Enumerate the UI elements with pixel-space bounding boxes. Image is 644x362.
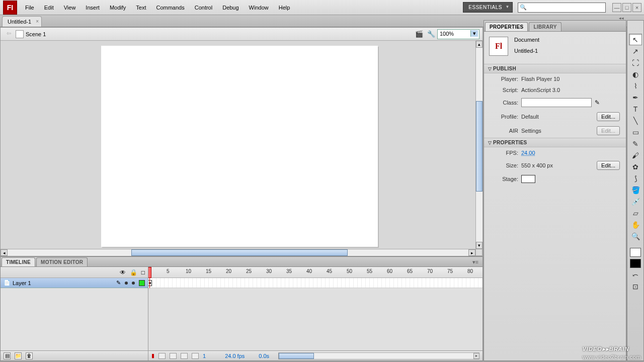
menu-modify[interactable]: Modify bbox=[105, 2, 131, 14]
brush-tool[interactable]: 🖌 bbox=[629, 149, 642, 161]
fps-label: FPS: bbox=[490, 150, 518, 156]
fill-color-swatch[interactable] bbox=[630, 259, 641, 268]
ruler-tick: 60 bbox=[387, 268, 392, 274]
minimize-button[interactable]: — bbox=[612, 3, 621, 12]
eraser-tool[interactable]: ▱ bbox=[629, 207, 642, 219]
menu-window[interactable]: Window bbox=[244, 2, 274, 14]
edit-scene-icon[interactable]: 🎬 bbox=[415, 30, 424, 39]
fps-value[interactable]: 24.00 bbox=[521, 150, 535, 156]
document-name-label: Untitled-1 bbox=[514, 48, 539, 54]
onion-skin-button[interactable] bbox=[158, 353, 166, 359]
layer-name: Layer 1 bbox=[13, 280, 31, 286]
menu-edit[interactable]: Edit bbox=[39, 2, 59, 14]
ruler-tick: 10 bbox=[186, 268, 191, 274]
rectangle-tool[interactable]: ▭ bbox=[629, 126, 642, 138]
bone-tool[interactable]: ⟆ bbox=[629, 172, 642, 184]
scroll-thumb-v[interactable] bbox=[476, 101, 482, 192]
frame-scroll-thumb[interactable] bbox=[279, 353, 314, 359]
text-tool[interactable]: T bbox=[629, 103, 642, 115]
timeline-panel-menu-icon[interactable]: ▾≡ bbox=[470, 258, 480, 266]
hand-tool[interactable]: ✋ bbox=[629, 219, 642, 230]
layer-lock-dot[interactable] bbox=[132, 282, 135, 285]
new-folder-button[interactable]: 📁 bbox=[15, 352, 22, 359]
stage-viewport[interactable] bbox=[1, 41, 475, 249]
visibility-header-icon[interactable]: 👁 bbox=[120, 269, 126, 276]
frame-scrollbar[interactable]: ◂ ▸ bbox=[278, 352, 479, 359]
profile-edit-button[interactable]: Edit... bbox=[597, 112, 620, 121]
document-tab[interactable]: Untitled-1 × bbox=[2, 16, 42, 27]
paint-bucket-tool[interactable]: 🪣 bbox=[629, 184, 642, 196]
outline-header-icon[interactable]: □ bbox=[141, 269, 145, 276]
air-edit-button[interactable]: Edit... bbox=[597, 126, 620, 135]
tab-timeline[interactable]: TIMELINE bbox=[2, 257, 35, 266]
swap-colors-icon[interactable]: ⤺ bbox=[629, 269, 642, 281]
script-label: Script: bbox=[490, 87, 518, 93]
menu-help[interactable]: Help bbox=[274, 2, 295, 14]
maximize-button[interactable]: □ bbox=[622, 3, 631, 12]
lock-header-icon[interactable]: 🔒 bbox=[130, 269, 137, 276]
vertical-scrollbar[interactable]: ▴ ▾ bbox=[475, 41, 482, 249]
layer-outline-swatch[interactable] bbox=[139, 280, 145, 286]
pen-tool[interactable]: ✒ bbox=[629, 92, 642, 103]
lasso-tool[interactable]: ⌇ bbox=[629, 80, 642, 92]
menu-control[interactable]: Control bbox=[190, 2, 217, 14]
scroll-right-arrow[interactable]: ▸ bbox=[468, 249, 475, 256]
subselection-tool[interactable]: ↗ bbox=[629, 45, 642, 57]
tab-library[interactable]: LIBRARY bbox=[529, 22, 561, 31]
zoom-tool[interactable]: 🔍 bbox=[629, 230, 642, 242]
menu-commands[interactable]: Commands bbox=[151, 2, 189, 14]
playhead[interactable] bbox=[148, 267, 151, 278]
selection-tool[interactable]: ↖ bbox=[629, 34, 642, 45]
scroll-thumb-h[interactable] bbox=[131, 249, 348, 256]
new-layer-button[interactable]: ▤ bbox=[4, 352, 11, 359]
frame-row[interactable] bbox=[148, 278, 482, 288]
menu-debug[interactable]: Debug bbox=[217, 2, 244, 14]
stage-color-swatch[interactable] bbox=[521, 175, 535, 183]
menu-text[interactable]: Text bbox=[131, 2, 151, 14]
timeline-footer: ▤ 📁 🗑 ▮ 1 24.0 fps 0.0s ◂ ▸ bbox=[1, 350, 482, 360]
stage-canvas[interactable] bbox=[101, 46, 378, 247]
workspace-dropdown[interactable]: ESSENTIALS bbox=[463, 2, 513, 13]
watermark: VIDEO▸▸BRAIN www.video2brain.com bbox=[583, 341, 641, 360]
edit-multi-button[interactable] bbox=[181, 353, 188, 359]
class-input[interactable] bbox=[521, 98, 592, 107]
frame-scroll-right[interactable]: ▸ bbox=[473, 353, 479, 359]
free-transform-tool[interactable]: ⛶ bbox=[629, 57, 642, 68]
document-icon: Fl bbox=[489, 37, 508, 56]
menu-file[interactable]: File bbox=[20, 2, 39, 14]
tab-motion-editor[interactable]: MOTION EDITOR bbox=[36, 257, 88, 266]
scroll-left-arrow[interactable]: ◂ bbox=[1, 249, 8, 256]
stroke-color-swatch[interactable] bbox=[630, 248, 641, 257]
menu-insert[interactable]: Insert bbox=[80, 2, 105, 14]
scroll-up-arrow[interactable]: ▴ bbox=[476, 41, 482, 48]
frames-area[interactable]: 5 10 15 20 25 30 35 40 45 50 55 60 65 70… bbox=[148, 267, 482, 350]
layer-visible-dot[interactable] bbox=[125, 282, 128, 285]
line-tool[interactable]: ╲ bbox=[629, 115, 642, 126]
eyedropper-tool[interactable]: 💉 bbox=[629, 196, 642, 207]
3d-rotation-tool[interactable]: ◐ bbox=[629, 68, 642, 80]
close-button[interactable]: × bbox=[632, 3, 641, 12]
nav-back-icon[interactable]: ⇦ bbox=[5, 30, 13, 38]
properties-section-header[interactable]: PROPERTIES bbox=[484, 138, 626, 147]
tab-properties[interactable]: PROPERTIES bbox=[485, 22, 528, 31]
publish-section-header[interactable]: PUBLISH bbox=[484, 64, 626, 73]
pencil-tool[interactable]: ✎ bbox=[629, 138, 642, 149]
layer-row[interactable]: 📄 Layer 1 ✎ bbox=[1, 278, 148, 288]
ruler-tick: 80 bbox=[467, 268, 473, 274]
scroll-down-arrow[interactable]: ▾ bbox=[476, 242, 482, 249]
collapse-icon[interactable]: ◂◂ bbox=[619, 16, 624, 21]
close-tab-icon[interactable]: × bbox=[36, 19, 39, 24]
search-input[interactable] bbox=[518, 3, 606, 13]
frame-ruler[interactable]: 5 10 15 20 25 30 35 40 45 50 55 60 65 70… bbox=[148, 267, 482, 278]
delete-layer-button[interactable]: 🗑 bbox=[26, 352, 33, 359]
size-edit-button[interactable]: Edit... bbox=[597, 161, 620, 170]
menu-view[interactable]: View bbox=[59, 2, 81, 14]
onion-outline-button[interactable] bbox=[170, 353, 177, 359]
edit-class-icon[interactable]: ✎ bbox=[595, 99, 600, 106]
snap-icon[interactable]: ⊡ bbox=[629, 281, 642, 292]
edit-symbol-icon[interactable]: 🔧 bbox=[427, 30, 436, 39]
zoom-select[interactable]: 100% bbox=[437, 29, 479, 39]
deco-tool[interactable]: ✿ bbox=[629, 161, 642, 172]
horizontal-scrollbar[interactable]: ◂ ▸ bbox=[1, 249, 475, 256]
onion-markers-button[interactable] bbox=[192, 353, 199, 359]
